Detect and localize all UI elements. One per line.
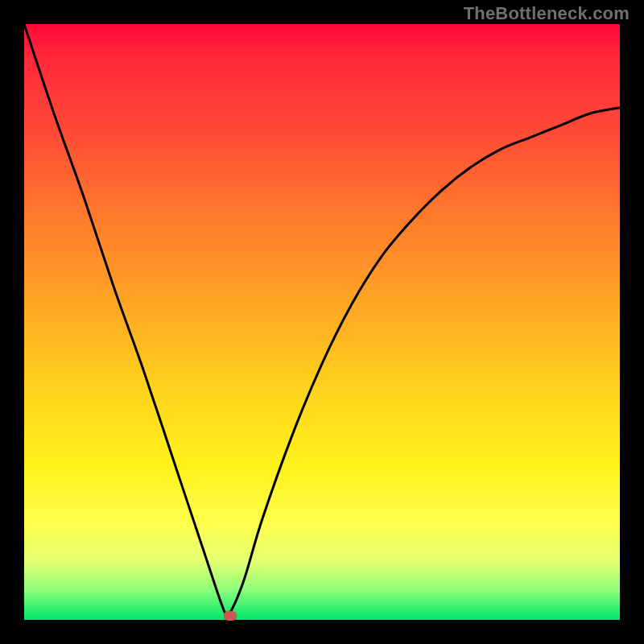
bottleneck-curve [24,24,620,620]
chart-frame: TheBottleneck.com [0,0,644,644]
curve-path [24,24,620,614]
min-marker [224,611,237,621]
plot-area [24,24,620,620]
watermark-text: TheBottleneck.com [464,3,630,24]
